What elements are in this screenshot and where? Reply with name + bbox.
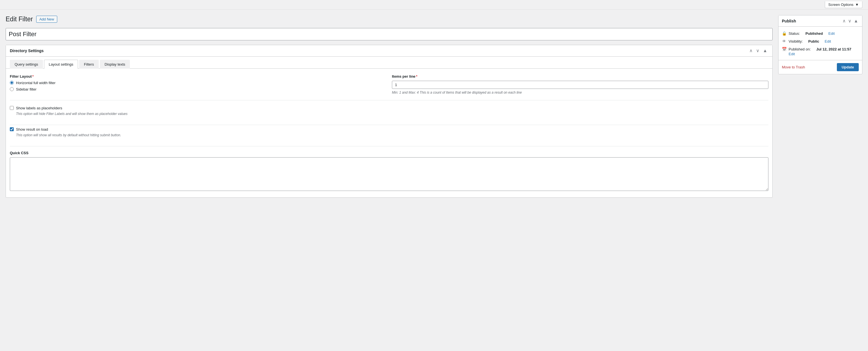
items-per-line-input[interactable] (392, 81, 768, 89)
screen-options-chevron: ▼ (855, 2, 859, 7)
screen-options-label: Screen Options (829, 2, 854, 7)
published-edit-link[interactable]: Edit (788, 52, 795, 56)
filter-layout-radio-group: Horizontal full width filter Sidebar fil… (10, 81, 386, 91)
status-label: Status: (788, 31, 800, 36)
metabox-title: Directory Settings (10, 49, 44, 53)
show-labels-checkbox[interactable] (10, 106, 14, 110)
show-result-hint: This option will show all results by def… (10, 133, 768, 137)
show-result-checkbox[interactable] (10, 127, 14, 131)
visibility-edit-link[interactable]: Edit (825, 39, 831, 43)
publish-visibility-row: 👁 Visibility: Public Edit (782, 37, 859, 45)
items-per-line-hint: Min: 1 and Max: 4 This is a count of Ite… (392, 91, 768, 94)
directory-settings-metabox: Directory Settings ∧ ∨ ▲ Query settings … (6, 45, 773, 198)
status-icon: 🔒 (782, 31, 786, 36)
visibility-icon: 👁 (782, 39, 786, 43)
filter-layout-label: Filter Layout* (10, 74, 386, 78)
show-labels-row: Show labels as placeholders (10, 106, 768, 110)
publish-controls: ∧ ∨ ▲ (842, 18, 859, 24)
add-new-button[interactable]: Add New (36, 16, 57, 23)
items-per-line-label: Items per line* (392, 74, 768, 78)
status-edit-link[interactable]: Edit (829, 31, 835, 36)
radio-sidebar-input[interactable] (10, 87, 14, 91)
status-value: Published (805, 31, 823, 36)
publish-metabox: Publish ∧ ∨ ▲ 🔒 Status: Published Edit (778, 15, 862, 74)
filter-layout-field: Filter Layout* Horizontal full width fil… (10, 74, 386, 94)
metabox-collapse-down-btn[interactable]: ∨ (755, 48, 761, 54)
show-labels-hint: This option will hide Filter Labels and … (10, 112, 768, 116)
show-result-label[interactable]: Show result on load (16, 127, 48, 131)
move-to-trash-link[interactable]: Move to Trash (782, 65, 805, 69)
publish-ctrl-down[interactable]: ∨ (847, 18, 852, 24)
screen-options-button[interactable]: Screen Options ▼ (825, 1, 862, 8)
visibility-value: Public (808, 39, 819, 43)
published-value: Jul 12, 2022 at 11:57 (816, 47, 851, 51)
show-result-row: Show result on load (10, 127, 768, 131)
layout-tab-content: Filter Layout* Horizontal full width fil… (6, 69, 772, 197)
publish-status-row: 🔒 Status: Published Edit (782, 29, 859, 37)
main-layout: Edit Filter Add New Directory Settings ∧… (0, 9, 868, 209)
publish-metabox-header: Publish ∧ ∨ ▲ (778, 15, 862, 27)
layout-grid: Filter Layout* Horizontal full width fil… (10, 74, 768, 100)
calendar-icon: 📅 (782, 47, 786, 51)
metabox-collapse-up-btn[interactable]: ∧ (748, 48, 754, 54)
tabs-bar: Query settings Layout settings Filters D… (6, 57, 772, 69)
metabox-collapse-arrow-btn[interactable]: ▲ (762, 48, 768, 54)
metabox-controls: ∧ ∨ ▲ (748, 48, 768, 54)
tab-layout-settings[interactable]: Layout settings (44, 60, 78, 69)
items-per-line-field: Items per line* Min: 1 and Max: 4 This i… (392, 74, 768, 94)
quick-css-textarea[interactable] (10, 157, 768, 191)
screen-options-bar: Screen Options ▼ (0, 0, 868, 9)
publish-ctrl-up[interactable]: ∧ (842, 18, 846, 24)
publish-ctrl-arrow[interactable]: ▲ (853, 18, 859, 24)
tab-display-texts[interactable]: Display texts (100, 60, 130, 69)
show-labels-section: Show labels as placeholders This option … (10, 106, 768, 125)
metabox-header: Directory Settings ∧ ∨ ▲ (6, 45, 772, 57)
page-header: Edit Filter Add New (6, 15, 773, 24)
content-area: Edit Filter Add New Directory Settings ∧… (6, 15, 773, 203)
quick-css-label: Quick CSS (10, 151, 768, 155)
page-title: Edit Filter (6, 15, 33, 24)
publish-title: Publish (782, 19, 796, 23)
title-input-wrap (6, 28, 773, 40)
tab-query-settings[interactable]: Query settings (10, 60, 43, 69)
quick-css-section: Quick CSS (10, 151, 768, 192)
publish-body: 🔒 Status: Published Edit 👁 Visibility: P… (778, 27, 862, 59)
published-label: Published on: (788, 47, 811, 51)
radio-horizontal[interactable]: Horizontal full width filter (10, 81, 386, 85)
show-result-section: Show result on load This option will sho… (10, 127, 768, 146)
radio-horizontal-input[interactable] (10, 81, 14, 85)
visibility-label: Visibility: (788, 39, 803, 43)
publish-footer: Move to Trash Update (778, 60, 862, 74)
show-labels-label[interactable]: Show labels as placeholders (16, 106, 62, 110)
radio-sidebar[interactable]: Sidebar filter (10, 87, 386, 91)
sidebar: Publish ∧ ∨ ▲ 🔒 Status: Published Edit (778, 15, 862, 74)
post-title-input[interactable] (6, 28, 773, 40)
update-button[interactable]: Update (837, 63, 859, 71)
tab-filters[interactable]: Filters (79, 60, 98, 69)
